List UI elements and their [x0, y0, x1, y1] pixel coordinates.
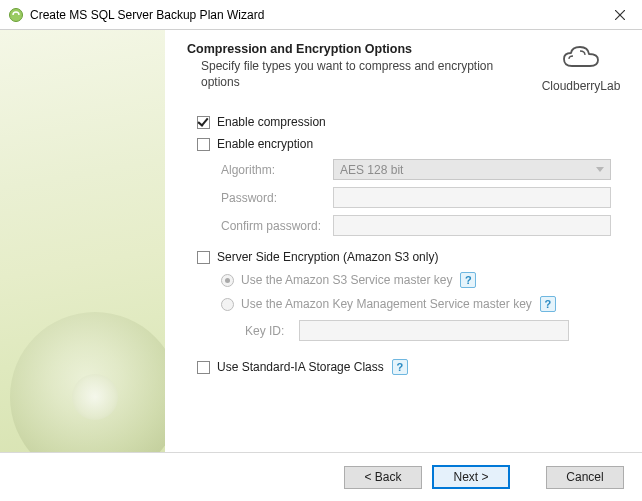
enable-encryption-checkbox[interactable]: [197, 138, 210, 151]
sse-master-label: Use the Amazon S3 Service master key: [241, 273, 452, 287]
key-id-label: Key ID:: [245, 324, 299, 338]
title-bar: Create MS SQL Server Backup Plan Wizard: [0, 0, 642, 30]
sse-kms-row: Use the Amazon Key Management Service ma…: [221, 296, 626, 312]
algorithm-value: AES 128 bit: [340, 163, 403, 177]
help-icon[interactable]: ?: [460, 272, 476, 288]
cloud-icon: [558, 42, 604, 74]
password-label: Password:: [221, 191, 333, 205]
key-id-row: Key ID:: [245, 320, 626, 341]
disc-graphic-inner: [72, 374, 118, 420]
app-icon: [8, 7, 24, 23]
step-header: Compression and Encryption Options Speci…: [187, 42, 626, 93]
confirm-password-label: Confirm password:: [221, 219, 333, 233]
sse-label: Server Side Encryption (Amazon S3 only): [217, 250, 438, 264]
close-icon: [615, 10, 625, 20]
algorithm-select[interactable]: AES 128 bit: [333, 159, 611, 180]
chevron-down-icon: [596, 167, 604, 172]
sse-master-radio[interactable]: [221, 274, 234, 287]
sse-kms-label: Use the Amazon Key Management Service ma…: [241, 297, 532, 311]
step-title: Compression and Encryption Options: [187, 42, 526, 56]
help-icon[interactable]: ?: [540, 296, 556, 312]
password-input[interactable]: [333, 187, 611, 208]
standard-ia-row: Use Standard-IA Storage Class ?: [197, 359, 626, 375]
enable-encryption-label: Enable encryption: [217, 137, 313, 151]
back-button[interactable]: < Back: [344, 466, 422, 489]
sse-row: Server Side Encryption (Amazon S3 only): [197, 250, 626, 264]
wizard-main: Compression and Encryption Options Speci…: [165, 30, 642, 452]
sse-kms-radio[interactable]: [221, 298, 234, 311]
help-icon[interactable]: ?: [392, 359, 408, 375]
algorithm-row: Algorithm: AES 128 bit: [221, 159, 626, 180]
enable-compression-label: Enable compression: [217, 115, 326, 129]
key-id-input[interactable]: [299, 320, 569, 341]
password-row: Password:: [221, 187, 626, 208]
brand-block: CloudberryLab: [536, 42, 626, 93]
standard-ia-label: Use Standard-IA Storage Class: [217, 360, 384, 374]
enable-compression-row: Enable compression: [197, 115, 626, 129]
wizard-sidebar: [0, 30, 165, 452]
sse-checkbox[interactable]: [197, 251, 210, 264]
step-subtitle: Specify file types you want to compress …: [201, 58, 501, 90]
standard-ia-checkbox[interactable]: [197, 361, 210, 374]
wizard-footer: < Back Next > Cancel: [0, 453, 642, 501]
enable-compression-checkbox[interactable]: [197, 116, 210, 129]
close-button[interactable]: [597, 0, 642, 30]
algorithm-label: Algorithm:: [221, 163, 333, 177]
sse-subsection: Use the Amazon S3 Service master key ? U…: [221, 272, 626, 341]
enable-encryption-row: Enable encryption: [197, 137, 626, 151]
encryption-subsection: Algorithm: AES 128 bit Password: Confirm…: [221, 159, 626, 236]
confirm-password-row: Confirm password:: [221, 215, 626, 236]
body: Compression and Encryption Options Speci…: [0, 30, 642, 453]
window-title: Create MS SQL Server Backup Plan Wizard: [30, 8, 597, 22]
sse-master-row: Use the Amazon S3 Service master key ?: [221, 272, 626, 288]
cancel-button[interactable]: Cancel: [546, 466, 624, 489]
next-button[interactable]: Next >: [432, 465, 510, 489]
svg-point-0: [10, 8, 23, 21]
brand-name: CloudberryLab: [536, 79, 626, 93]
confirm-password-input[interactable]: [333, 215, 611, 236]
options-form: Enable compression Enable encryption Alg…: [197, 115, 626, 375]
